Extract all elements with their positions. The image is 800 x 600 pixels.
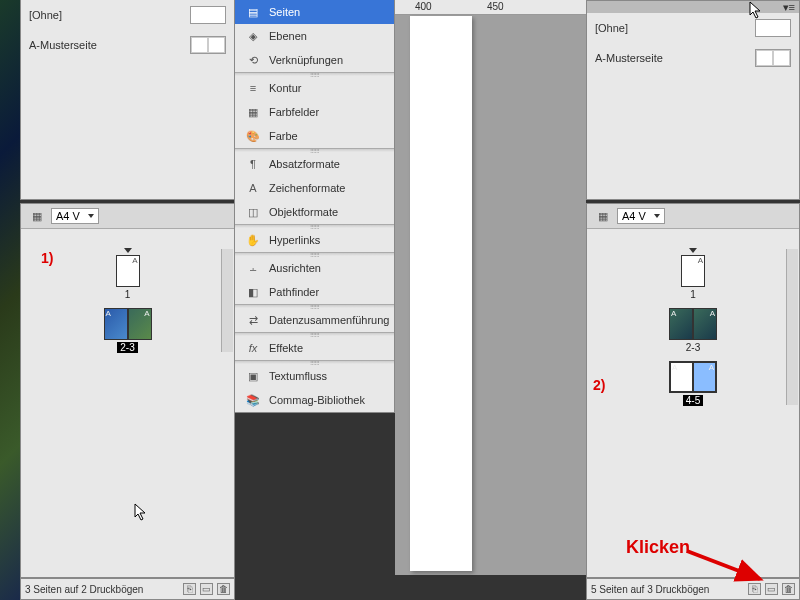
swatches-icon: ▦ xyxy=(245,105,261,119)
flyout-farbfelder[interactable]: ▦Farbfelder xyxy=(235,100,394,124)
flyout-label: Textumfluss xyxy=(269,370,327,382)
flyout-label: Verknüpfungen xyxy=(269,54,343,66)
page-size-row-right: ▦ A4 V xyxy=(587,204,799,229)
master-a-thumb xyxy=(190,36,226,54)
pages-icon: ▤ xyxy=(245,5,261,19)
flyout-separator xyxy=(235,148,394,152)
flyout-separator xyxy=(235,224,394,228)
page-thumbnails-right: 1 2-3 4-5 xyxy=(587,229,799,406)
flyout-label: Datenzusammenführung xyxy=(269,314,389,326)
insert-marker-r xyxy=(587,243,799,255)
master-none-thumb-r xyxy=(755,19,791,37)
master-none-thumb xyxy=(190,6,226,24)
flyout-verknuepfungen[interactable]: ⟲Verknüpfungen xyxy=(235,48,394,72)
page-thumb-1-r[interactable] xyxy=(681,255,705,287)
flyout-pathfinder[interactable]: ◧Pathfinder xyxy=(235,280,394,304)
flyout-commag-bibliothek[interactable]: 📚Commag-Bibliothek xyxy=(235,388,394,412)
document-page[interactable] xyxy=(410,16,472,571)
svg-line-0 xyxy=(687,551,760,579)
cursor-icon xyxy=(749,1,765,19)
scrollbar[interactable] xyxy=(221,249,233,352)
horizontal-ruler: 400 450 xyxy=(395,0,586,15)
flyout-label: Farbfelder xyxy=(269,106,319,118)
spread-4-5-label-r: 4-5 xyxy=(683,395,703,406)
links-icon: ⟲ xyxy=(245,53,261,67)
flyout-label: Zeichenformate xyxy=(269,182,345,194)
flyout-farbe[interactable]: 🎨Farbe xyxy=(235,124,394,148)
master-none-row-r[interactable]: [Ohne] xyxy=(587,13,799,43)
color-icon: 🎨 xyxy=(245,129,261,143)
annotation-arrow xyxy=(682,546,772,586)
page-thumb-1[interactable] xyxy=(116,255,140,287)
data-merge-icon: ⇄ xyxy=(245,313,261,327)
desktop-background xyxy=(0,0,20,600)
ruler-tick-450: 450 xyxy=(487,1,504,12)
new-page-icon[interactable]: ▭ xyxy=(200,583,213,595)
flyout-textumfluss[interactable]: ▣Textumfluss xyxy=(235,364,394,388)
flyout-separator xyxy=(235,332,394,336)
right-panel-tabs[interactable]: ▾≡ xyxy=(586,0,800,13)
spread-2-3-label-r: 2-3 xyxy=(587,342,799,353)
flyout-seiten[interactable]: ▤Seiten xyxy=(235,0,394,24)
flyout-zeichenformate[interactable]: AZeichenformate xyxy=(235,176,394,200)
flyout-ausrichten[interactable]: ⫠Ausrichten xyxy=(235,256,394,280)
pathfinder-icon: ◧ xyxy=(245,285,261,299)
annotation-1: 1) xyxy=(41,250,53,266)
trash-icon-r[interactable]: 🗑 xyxy=(782,583,795,595)
master-options-icon[interactable]: ⎘ xyxy=(183,583,196,595)
spread-thumb-4-5-r[interactable] xyxy=(669,361,717,393)
spread-thumb-2-3[interactable] xyxy=(104,308,152,340)
flyout-label: Hyperlinks xyxy=(269,234,320,246)
layers-icon: ◈ xyxy=(245,29,261,43)
ruler-tick-400: 400 xyxy=(415,1,432,12)
flyout-label: Farbe xyxy=(269,130,298,142)
flyout-label: Commag-Bibliothek xyxy=(269,394,365,406)
flyout-objektformate[interactable]: ◫Objektformate xyxy=(235,200,394,224)
spread-thumb-2-3-r[interactable] xyxy=(669,308,717,340)
flyout-label: Ebenen xyxy=(269,30,307,42)
master-pages-panel-left: [Ohne] A-Musterseite xyxy=(20,0,235,200)
page-size-dropdown[interactable]: A4 V xyxy=(51,208,99,224)
flyout-label: Seiten xyxy=(269,6,300,18)
master-a-row-r[interactable]: A-Musterseite xyxy=(587,43,799,73)
flyout-absatzformate[interactable]: ¶Absatzformate xyxy=(235,152,394,176)
effects-icon: fx xyxy=(245,341,261,355)
page-thumbnails-left: 1 2-3 xyxy=(21,229,234,353)
text-wrap-icon: ▣ xyxy=(245,369,261,383)
master-a-label: A-Musterseite xyxy=(29,39,97,51)
flyout-effekte[interactable]: fxEffekte xyxy=(235,336,394,360)
flyout-separator xyxy=(235,72,394,76)
annotation-2: 2) xyxy=(593,377,605,393)
master-a-row[interactable]: A-Musterseite xyxy=(21,30,234,60)
page-size-dropdown-r[interactable]: A4 V xyxy=(617,208,665,224)
status-text-left: 3 Seiten auf 2 Druckbögen xyxy=(25,584,179,595)
library-icon: 📚 xyxy=(245,393,261,407)
scrollbar-r[interactable] xyxy=(786,249,798,405)
flyout-label: Ausrichten xyxy=(269,262,321,274)
pages-status-left: 3 Seiten auf 2 Druckbögen ⎘ ▭ 🗑 xyxy=(20,578,235,600)
page-1-label: 1 xyxy=(21,289,234,300)
size-grid-icon: ▦ xyxy=(29,209,45,223)
flyout-label: Objektformate xyxy=(269,206,338,218)
master-none-row[interactable]: [Ohne] xyxy=(21,0,234,30)
character-styles-icon: A xyxy=(245,181,261,195)
master-none-label-r: [Ohne] xyxy=(595,22,628,34)
spread-2-3-label: 2-3 xyxy=(117,342,137,353)
align-icon: ⫠ xyxy=(245,261,261,275)
paragraph-styles-icon: ¶ xyxy=(245,157,261,171)
panels-flyout: ▤Seiten ◈Ebenen ⟲Verknüpfungen ≡Kontur ▦… xyxy=(234,0,395,413)
master-pages-panel-right: [Ohne] A-Musterseite xyxy=(586,13,800,200)
stroke-icon: ≡ xyxy=(245,81,261,95)
flyout-kontur[interactable]: ≡Kontur xyxy=(235,76,394,100)
flyout-ebenen[interactable]: ◈Ebenen xyxy=(235,24,394,48)
flyout-datenzusammenfuehrung[interactable]: ⇄Datenzusammenführung xyxy=(235,308,394,332)
flyout-label: Effekte xyxy=(269,342,303,354)
panel-menu-icon[interactable]: ▾≡ xyxy=(783,1,795,14)
trash-icon[interactable]: 🗑 xyxy=(217,583,230,595)
master-a-thumb-r xyxy=(755,49,791,67)
flyout-label: Kontur xyxy=(269,82,301,94)
pages-panel-right: ▦ A4 V 1 2-3 4-5 2) xyxy=(586,203,800,578)
flyout-separator xyxy=(235,252,394,256)
document-view[interactable]: 400 450 xyxy=(395,0,586,575)
flyout-hyperlinks[interactable]: ✋Hyperlinks xyxy=(235,228,394,252)
